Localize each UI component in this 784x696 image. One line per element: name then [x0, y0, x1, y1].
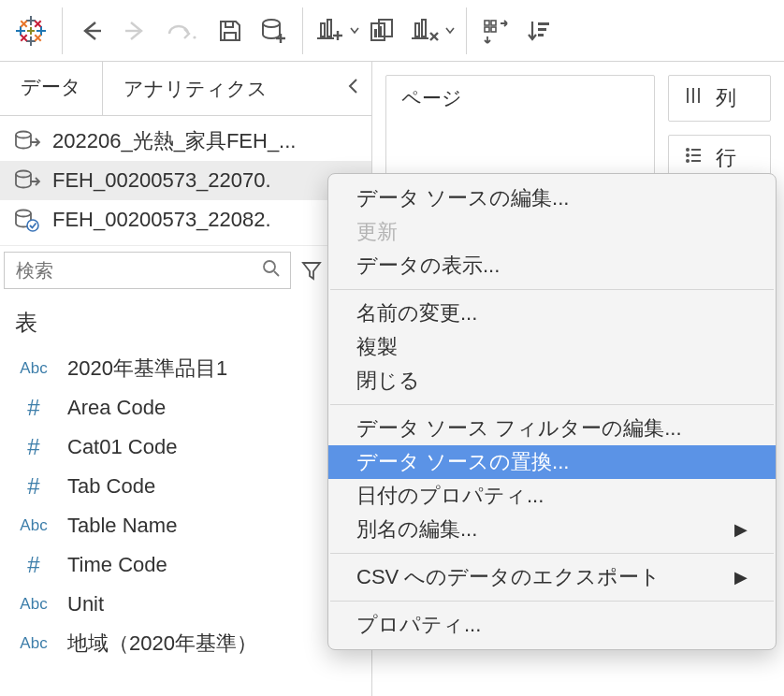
search-row	[0, 245, 371, 295]
svg-rect-22	[225, 22, 233, 27]
ctx-close[interactable]: 閉じる	[328, 364, 776, 398]
svg-rect-36	[422, 20, 426, 36]
ctx-rename[interactable]: 名前の変更...	[328, 297, 776, 330]
field-type-abc-icon: Abc	[17, 516, 51, 535]
svg-rect-47	[538, 34, 544, 36]
datasource-label: 202206_光熱_家具FEH_...	[52, 127, 296, 155]
side-panel: データ アナリティクス 202206_光熱_家具FEH_... FEH_0020…	[0, 62, 372, 696]
datasource-icon	[13, 168, 41, 193]
tables-heading: 表	[0, 295, 371, 345]
sort-button[interactable]	[517, 9, 560, 52]
datasource-label: FEH_00200573_22082.	[52, 208, 271, 232]
datasource-context-menu: データ ソースの編集... 更新 データの表示... 名前の変更... 複製 閉…	[327, 173, 777, 650]
svg-rect-26	[321, 23, 325, 36]
svg-point-52	[264, 261, 275, 272]
svg-rect-33	[374, 29, 377, 37]
new-worksheet-button[interactable]	[311, 9, 363, 52]
svg-rect-35	[415, 23, 419, 36]
datasource-label: FEH_00200573_22070.	[52, 168, 271, 193]
datasource-list: 202206_光熱_家具FEH_... FEH_00200573_22070. …	[0, 116, 371, 245]
ctx-separator	[330, 289, 774, 290]
ctx-edit-datasource[interactable]: データ ソースの編集...	[328, 181, 776, 215]
submenu-arrow-icon: ▶	[734, 567, 748, 587]
datasource-item[interactable]: FEH_00200573_22082.	[0, 200, 371, 239]
tab-analytics[interactable]: アナリティクス	[102, 62, 371, 115]
field-name: Tab Code	[67, 474, 155, 499]
back-button[interactable]	[70, 9, 113, 52]
save-button[interactable]	[209, 9, 252, 52]
field-name: Table Name	[67, 514, 177, 538]
ctx-view-data[interactable]: データの表示...	[328, 249, 776, 283]
field-type-number-icon: #	[17, 552, 51, 578]
duplicate-sheet-button[interactable]	[363, 9, 406, 52]
svg-point-23	[263, 20, 280, 27]
rows-label: 行	[716, 144, 736, 172]
field-type-abc-icon: Abc	[17, 634, 51, 653]
columns-shelf[interactable]: 列	[668, 75, 771, 122]
svg-point-50	[16, 210, 31, 217]
clear-sheet-button[interactable]	[406, 9, 458, 52]
svg-rect-68	[691, 160, 701, 162]
field-type-number-icon: #	[17, 395, 51, 421]
undo-redo-button[interactable]	[156, 9, 209, 52]
forward-button[interactable]	[113, 9, 156, 52]
svg-point-51	[27, 220, 38, 231]
ctx-refresh: 更新	[328, 215, 776, 249]
svg-rect-40	[485, 21, 489, 25]
svg-rect-21	[225, 33, 236, 40]
ctx-date-properties[interactable]: 日付のプロパティ...	[328, 479, 776, 513]
svg-point-67	[686, 159, 690, 163]
ctx-duplicate[interactable]: 複製	[328, 330, 776, 364]
ctx-properties[interactable]: プロパティ...	[328, 608, 776, 642]
ctx-replace-datasource[interactable]: データ ソースの置換...	[328, 445, 776, 479]
field-type-abc-icon: Abc	[17, 595, 51, 614]
tab-data[interactable]: データ	[0, 62, 102, 115]
svg-rect-46	[538, 28, 546, 31]
submenu-arrow-icon: ▶	[734, 519, 748, 540]
svg-point-20	[193, 36, 196, 38]
svg-rect-41	[491, 21, 496, 25]
datasource-icon-checked	[13, 208, 41, 232]
ctx-separator	[330, 553, 774, 554]
field-name: 地域（2020年基準）	[67, 630, 257, 658]
search-input[interactable]	[14, 259, 254, 283]
field-type-abc-icon: Abc	[17, 359, 51, 378]
ctx-export-csv[interactable]: CSV へのデータのエクスポート▶	[328, 560, 776, 594]
filter-icon[interactable]	[300, 258, 323, 283]
datasource-item[interactable]: 202206_光熱_家具FEH_...	[0, 122, 371, 161]
field-item[interactable]: Abc地域（2020年基準）	[0, 624, 371, 663]
field-name: Area Code	[67, 396, 166, 420]
ctx-edit-ds-filters[interactable]: データ ソース フィルターの編集...	[328, 412, 776, 445]
datasource-item[interactable]: FEH_00200573_22070.	[0, 161, 371, 200]
ctx-edit-aliases[interactable]: 別名の編集...▶	[328, 513, 776, 546]
svg-point-48	[16, 132, 31, 138]
svg-point-63	[686, 148, 690, 152]
side-tabs: データ アナリティクス	[0, 62, 371, 116]
new-datasource-button[interactable]	[252, 9, 295, 52]
search-box[interactable]	[4, 252, 291, 289]
pages-label: ページ	[401, 87, 462, 109]
fields-list: Abc2020年基準品目1 #Area Code #Cat01 Code #Ta…	[0, 345, 371, 667]
collapse-panel-icon[interactable]	[347, 77, 360, 100]
datasource-icon	[13, 129, 41, 153]
svg-rect-64	[691, 149, 701, 151]
pages-shelf[interactable]: ページ	[385, 75, 655, 178]
field-type-number-icon: #	[17, 434, 51, 460]
field-item[interactable]: AbcTable Name	[0, 506, 371, 545]
field-item[interactable]: Abc2020年基準品目1	[0, 349, 371, 388]
svg-rect-42	[485, 27, 489, 32]
svg-point-49	[16, 171, 31, 178]
tableau-logo[interactable]	[7, 7, 54, 54]
field-item[interactable]: #Tab Code	[0, 467, 371, 506]
field-name: Time Code	[67, 553, 167, 577]
tab-analytics-label: アナリティクス	[123, 76, 268, 102]
svg-rect-66	[691, 154, 701, 156]
field-item[interactable]: AbcUnit	[0, 585, 371, 624]
ctx-separator	[330, 601, 774, 602]
svg-rect-45	[538, 22, 549, 25]
swap-rows-columns-button[interactable]	[474, 9, 517, 52]
field-item[interactable]: #Area Code	[0, 388, 371, 428]
field-item[interactable]: #Time Code	[0, 545, 371, 585]
field-item[interactable]: #Cat01 Code	[0, 428, 371, 467]
columns-icon	[684, 86, 703, 110]
